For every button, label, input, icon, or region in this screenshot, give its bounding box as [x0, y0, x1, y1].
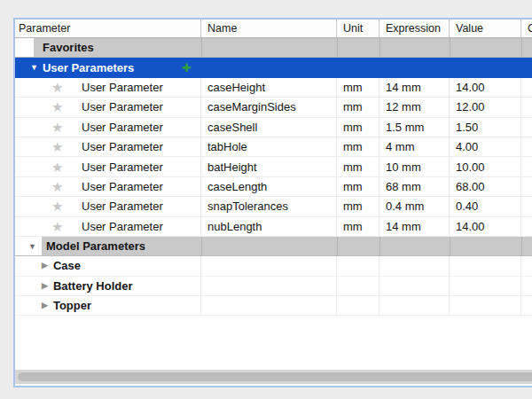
parameter-type-label: User Parameter: [82, 81, 163, 94]
parameter-cell: ★User Parameter: [15, 118, 201, 137]
unit-cell: [337, 296, 379, 315]
comment-cell[interactable]: [521, 98, 532, 116]
favorite-star-icon[interactable]: ★: [51, 200, 69, 213]
expression-cell[interactable]: 1.5 mm: [379, 118, 450, 137]
expression-cell[interactable]: 68 mm: [379, 177, 450, 196]
expression-cell[interactable]: 14 mm: [379, 217, 450, 236]
column-header-name[interactable]: Name: [201, 20, 337, 37]
expression-cell[interactable]: 12 mm: [379, 98, 450, 116]
parameter-type-label: User Parameter: [82, 200, 163, 213]
value-cell[interactable]: 1.50: [450, 118, 521, 137]
name-cell[interactable]: caseLength: [201, 177, 337, 196]
model-parameters-label: Model Parameters: [46, 239, 145, 253]
table-row[interactable]: ★User ParametercaseMarginSidesmm12 mm12.…: [15, 98, 532, 117]
table-header-row: Parameter Name Unit Expression Value C: [15, 20, 532, 38]
column-header-value[interactable]: Value: [450, 20, 521, 37]
parameter-type-label: User Parameter: [82, 160, 163, 174]
comment-cell[interactable]: [521, 217, 532, 236]
user-parameters-section-row[interactable]: ▼ User Parameters ✚: [15, 58, 532, 77]
group-cell: ▶Topper: [15, 296, 201, 315]
scrollbar-thumb[interactable]: [18, 372, 532, 381]
parameter-cell: ★User Parameter: [15, 78, 201, 97]
add-parameter-icon[interactable]: ✚: [182, 62, 192, 74]
model-group-row[interactable]: ▶Topper: [15, 296, 532, 316]
column-header-comments[interactable]: C: [521, 20, 532, 37]
model-parameters-section-row[interactable]: ▼ Model Parameters: [15, 237, 532, 256]
unit-cell[interactable]: mm: [337, 177, 379, 196]
column-header-parameter[interactable]: Parameter: [15, 20, 201, 37]
table-row[interactable]: ★User ParametertabHolemm4 mm4.00: [15, 137, 532, 157]
unit-cell: [337, 277, 379, 295]
favorites-label: Favorites: [43, 41, 94, 54]
expander-collapsed-icon[interactable]: ▶: [42, 301, 48, 309]
comment-cell[interactable]: [521, 137, 532, 156]
name-cell[interactable]: batHeight: [201, 157, 337, 176]
parameters-table: Parameter Name Unit Expression Value C F…: [13, 18, 532, 387]
expander-collapsed-icon[interactable]: ▶: [42, 282, 48, 290]
expander-expanded-icon[interactable]: ▼: [30, 64, 38, 72]
comment-cell[interactable]: [521, 197, 532, 215]
parameter-type-label: User Parameter: [82, 180, 163, 193]
value-cell[interactable]: 4.00: [450, 137, 521, 156]
parameter-cell: ★User Parameter: [15, 197, 201, 215]
name-cell: [201, 296, 337, 315]
unit-cell: [337, 256, 379, 275]
expression-cell[interactable]: 10 mm: [379, 157, 450, 176]
table-row[interactable]: ★User ParametersnapTolerancesmm0.4 mm0.4…: [15, 197, 532, 216]
expression-cell[interactable]: 14 mm: [379, 78, 450, 97]
favorite-star-icon[interactable]: ★: [51, 140, 69, 153]
unit-cell[interactable]: mm: [337, 78, 379, 97]
comment-cell: [521, 277, 532, 295]
model-group-row[interactable]: ▶Battery Holder: [15, 277, 532, 296]
favorite-star-icon[interactable]: ★: [51, 220, 69, 233]
favorite-star-icon[interactable]: ★: [51, 160, 69, 174]
unit-cell[interactable]: mm: [337, 98, 379, 116]
name-cell[interactable]: caseHeight: [201, 78, 337, 97]
favorites-section-row[interactable]: Favorites: [15, 38, 532, 58]
parameter-cell: ★User Parameter: [15, 98, 201, 116]
unit-cell[interactable]: mm: [337, 197, 379, 215]
name-cell[interactable]: snapTolerances: [201, 197, 337, 215]
expander-expanded-icon[interactable]: ▼: [28, 242, 36, 250]
unit-cell[interactable]: mm: [337, 157, 379, 176]
expander-collapsed-icon[interactable]: ▶: [42, 262, 48, 270]
column-header-expression[interactable]: Expression: [379, 20, 450, 37]
scrollbar-track[interactable]: [15, 370, 532, 384]
comment-cell[interactable]: [521, 78, 532, 97]
expression-cell[interactable]: 0.4 mm: [379, 197, 450, 215]
comment-cell[interactable]: [521, 177, 532, 196]
unit-cell[interactable]: mm: [337, 217, 379, 236]
value-cell[interactable]: 14.00: [450, 78, 521, 97]
value-cell[interactable]: 68.00: [450, 177, 521, 196]
favorite-star-icon[interactable]: ★: [51, 180, 69, 193]
value-cell: [450, 277, 521, 295]
table-row[interactable]: ★User ParametercaseLengthmm68 mm68.00: [15, 177, 532, 197]
name-cell[interactable]: caseMarginSides: [201, 98, 337, 116]
table-row[interactable]: ★User ParameterbatHeightmm10 mm10.00: [15, 157, 532, 176]
unit-cell[interactable]: mm: [337, 137, 379, 156]
name-cell[interactable]: tabHole: [201, 137, 337, 156]
value-cell[interactable]: 12.00: [450, 98, 521, 116]
name-cell[interactable]: nubLength: [201, 217, 337, 236]
value-cell[interactable]: 10.00: [450, 157, 521, 176]
table-row[interactable]: ★User ParameternubLengthmm14 mm14.00: [15, 217, 532, 237]
group-cell: ▶Battery Holder: [15, 277, 201, 295]
favorite-star-icon[interactable]: ★: [51, 100, 69, 113]
comment-cell[interactable]: [521, 157, 532, 176]
group-label: Battery Holder: [53, 279, 133, 293]
table-row[interactable]: ★User ParametercaseShellmm1.5 mm1.50: [15, 118, 532, 137]
table-row[interactable]: ★User ParametercaseHeightmm14 mm14.00: [15, 78, 532, 98]
comment-cell[interactable]: [521, 118, 532, 137]
parameter-type-label: User Parameter: [82, 100, 163, 113]
value-cell[interactable]: 0.40: [450, 197, 521, 215]
name-cell: [201, 277, 337, 295]
expression-cell: [379, 296, 450, 315]
value-cell[interactable]: 14.00: [450, 217, 521, 236]
column-header-unit[interactable]: Unit: [337, 20, 379, 37]
favorite-star-icon[interactable]: ★: [51, 121, 69, 134]
unit-cell[interactable]: mm: [337, 118, 379, 137]
favorite-star-icon[interactable]: ★: [51, 81, 69, 94]
expression-cell[interactable]: 4 mm: [379, 137, 450, 156]
model-group-row[interactable]: ▶Case: [15, 256, 532, 276]
name-cell[interactable]: caseShell: [201, 118, 337, 137]
